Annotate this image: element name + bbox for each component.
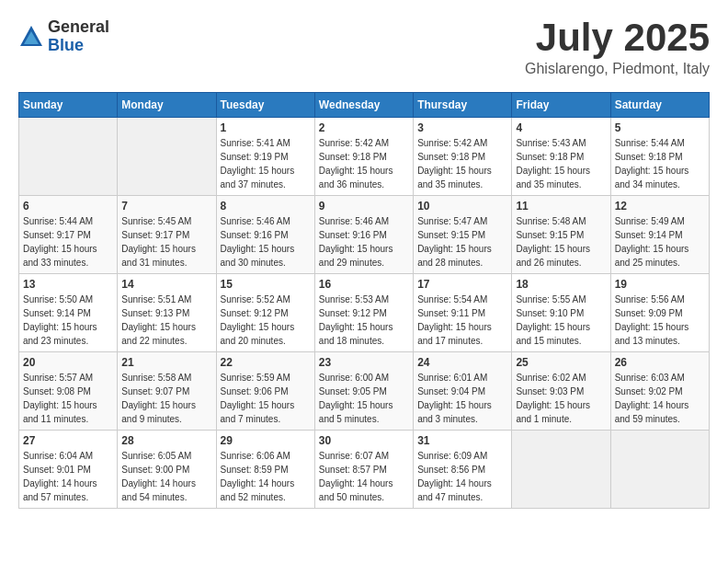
- day-info: Sunrise: 5:56 AM Sunset: 9:09 PM Dayligh…: [615, 293, 705, 348]
- day-info: Sunrise: 5:44 AM Sunset: 9:18 PM Dayligh…: [615, 136, 705, 191]
- day-info: Sunrise: 6:06 AM Sunset: 8:59 PM Dayligh…: [221, 449, 311, 504]
- day-info: Sunrise: 5:49 AM Sunset: 9:14 PM Dayligh…: [615, 214, 705, 270]
- day-number: 18: [516, 278, 606, 291]
- day-info: Sunrise: 6:03 AM Sunset: 9:02 PM Dayligh…: [615, 371, 705, 426]
- day-number: 31: [417, 434, 507, 447]
- title-block: July 2025 Ghislarengo, Piedmont, Italy: [525, 18, 710, 77]
- calendar-cell: 20Sunrise: 5:57 AM Sunset: 9:08 PM Dayli…: [19, 352, 118, 431]
- day-info: Sunrise: 5:44 AM Sunset: 9:17 PM Dayligh…: [23, 214, 113, 270]
- day-number: 21: [121, 356, 211, 369]
- day-number: 7: [121, 200, 211, 213]
- day-number: 12: [615, 200, 705, 213]
- calendar-cell: 3Sunrise: 5:42 AM Sunset: 9:18 PM Daylig…: [414, 118, 512, 196]
- calendar-cell: 23Sunrise: 6:00 AM Sunset: 9:05 PM Dayli…: [314, 352, 413, 431]
- day-number: 6: [23, 200, 113, 213]
- calendar-cell: 14Sunrise: 5:51 AM Sunset: 9:13 PM Dayli…: [118, 274, 216, 352]
- calendar-cell: 21Sunrise: 5:58 AM Sunset: 9:07 PM Dayli…: [118, 352, 216, 431]
- day-number: 8: [221, 200, 311, 213]
- calendar-cell: 9Sunrise: 5:46 AM Sunset: 9:16 PM Daylig…: [314, 196, 413, 274]
- calendar-cell: [118, 118, 216, 196]
- day-number: 4: [516, 121, 606, 134]
- day-info: Sunrise: 6:09 AM Sunset: 8:56 PM Dayligh…: [417, 449, 507, 504]
- calendar-cell: 25Sunrise: 6:02 AM Sunset: 9:03 PM Dayli…: [512, 352, 610, 431]
- calendar-cell: [512, 431, 610, 509]
- day-info: Sunrise: 5:58 AM Sunset: 9:07 PM Dayligh…: [121, 371, 211, 426]
- calendar-cell: 30Sunrise: 6:07 AM Sunset: 8:57 PM Dayli…: [314, 431, 413, 509]
- weekday-header-wednesday: Wednesday: [314, 93, 413, 118]
- calendar-cell: 7Sunrise: 5:45 AM Sunset: 9:17 PM Daylig…: [118, 196, 216, 274]
- day-number: 10: [417, 200, 507, 213]
- calendar-cell: 17Sunrise: 5:54 AM Sunset: 9:11 PM Dayli…: [414, 274, 512, 352]
- day-number: 19: [615, 278, 705, 291]
- day-number: 28: [121, 434, 211, 447]
- calendar-table: SundayMondayTuesdayWednesdayThursdayFrid…: [18, 92, 710, 509]
- calendar-cell: 19Sunrise: 5:56 AM Sunset: 9:09 PM Dayli…: [610, 274, 709, 352]
- day-number: 23: [319, 356, 409, 369]
- day-info: Sunrise: 5:53 AM Sunset: 9:12 PM Dayligh…: [319, 293, 409, 348]
- calendar-cell: 4Sunrise: 5:43 AM Sunset: 9:18 PM Daylig…: [512, 118, 610, 196]
- weekday-header-monday: Monday: [118, 93, 216, 118]
- calendar-cell: 29Sunrise: 6:06 AM Sunset: 8:59 PM Dayli…: [216, 431, 314, 509]
- calendar-cell: 16Sunrise: 5:53 AM Sunset: 9:12 PM Dayli…: [314, 274, 413, 352]
- logo-icon: [18, 24, 44, 50]
- day-number: 20: [23, 356, 113, 369]
- calendar-cell: [19, 118, 118, 196]
- day-number: 5: [615, 121, 705, 134]
- day-number: 25: [516, 356, 606, 369]
- day-info: Sunrise: 5:46 AM Sunset: 9:16 PM Dayligh…: [319, 214, 409, 270]
- weekday-header-thursday: Thursday: [414, 93, 512, 118]
- day-number: 11: [516, 200, 606, 213]
- day-number: 2: [319, 121, 409, 134]
- day-number: 1: [221, 121, 311, 134]
- day-info: Sunrise: 6:07 AM Sunset: 8:57 PM Dayligh…: [319, 449, 409, 504]
- day-info: Sunrise: 5:54 AM Sunset: 9:11 PM Dayligh…: [417, 293, 507, 348]
- day-number: 26: [615, 356, 705, 369]
- day-info: Sunrise: 5:59 AM Sunset: 9:06 PM Dayligh…: [221, 371, 311, 426]
- calendar-cell: 11Sunrise: 5:48 AM Sunset: 9:15 PM Dayli…: [512, 196, 610, 274]
- calendar-cell: 13Sunrise: 5:50 AM Sunset: 9:14 PM Dayli…: [19, 274, 118, 352]
- calendar-week-1: 1Sunrise: 5:41 AM Sunset: 9:19 PM Daylig…: [19, 118, 710, 196]
- calendar-cell: 22Sunrise: 5:59 AM Sunset: 9:06 PM Dayli…: [216, 352, 314, 431]
- day-number: 3: [417, 121, 507, 134]
- calendar-cell: 8Sunrise: 5:46 AM Sunset: 9:16 PM Daylig…: [216, 196, 314, 274]
- calendar-cell: 26Sunrise: 6:03 AM Sunset: 9:02 PM Dayli…: [610, 352, 709, 431]
- logo: General Blue: [18, 18, 109, 55]
- day-number: 30: [319, 434, 409, 447]
- day-info: Sunrise: 5:41 AM Sunset: 9:19 PM Dayligh…: [221, 136, 311, 191]
- calendar-header: SundayMondayTuesdayWednesdayThursdayFrid…: [19, 93, 710, 118]
- day-number: 13: [23, 278, 113, 291]
- calendar-week-2: 6Sunrise: 5:44 AM Sunset: 9:17 PM Daylig…: [19, 196, 710, 274]
- calendar-week-4: 20Sunrise: 5:57 AM Sunset: 9:08 PM Dayli…: [19, 352, 710, 431]
- day-info: Sunrise: 5:47 AM Sunset: 9:15 PM Dayligh…: [417, 214, 507, 270]
- calendar-cell: [610, 431, 709, 509]
- day-info: Sunrise: 5:46 AM Sunset: 9:16 PM Dayligh…: [221, 214, 311, 270]
- day-info: Sunrise: 5:48 AM Sunset: 9:15 PM Dayligh…: [516, 214, 606, 270]
- day-info: Sunrise: 6:01 AM Sunset: 9:04 PM Dayligh…: [417, 371, 507, 426]
- weekday-row: SundayMondayTuesdayWednesdayThursdayFrid…: [19, 93, 710, 118]
- calendar-cell: 12Sunrise: 5:49 AM Sunset: 9:14 PM Dayli…: [610, 196, 709, 274]
- location-title: Ghislarengo, Piedmont, Italy: [525, 61, 710, 77]
- day-number: 17: [417, 278, 507, 291]
- weekday-header-sunday: Sunday: [19, 93, 118, 118]
- calendar-cell: 6Sunrise: 5:44 AM Sunset: 9:17 PM Daylig…: [19, 196, 118, 274]
- calendar-cell: 1Sunrise: 5:41 AM Sunset: 9:19 PM Daylig…: [216, 118, 314, 196]
- day-info: Sunrise: 5:50 AM Sunset: 9:14 PM Dayligh…: [23, 293, 113, 348]
- day-number: 9: [319, 200, 409, 213]
- day-info: Sunrise: 5:57 AM Sunset: 9:08 PM Dayligh…: [23, 371, 113, 426]
- day-info: Sunrise: 5:45 AM Sunset: 9:17 PM Dayligh…: [121, 214, 211, 270]
- calendar-cell: 28Sunrise: 6:05 AM Sunset: 9:00 PM Dayli…: [118, 431, 216, 509]
- logo-blue-text: Blue: [48, 37, 109, 55]
- day-info: Sunrise: 5:43 AM Sunset: 9:18 PM Dayligh…: [516, 136, 606, 191]
- month-title: July 2025: [525, 18, 710, 57]
- logo-general-text: General: [48, 18, 109, 37]
- calendar-week-5: 27Sunrise: 6:04 AM Sunset: 9:01 PM Dayli…: [19, 431, 710, 509]
- day-info: Sunrise: 6:00 AM Sunset: 9:05 PM Dayligh…: [319, 371, 409, 426]
- day-number: 24: [417, 356, 507, 369]
- calendar-cell: 27Sunrise: 6:04 AM Sunset: 9:01 PM Dayli…: [19, 431, 118, 509]
- calendar-cell: 2Sunrise: 5:42 AM Sunset: 9:18 PM Daylig…: [314, 118, 413, 196]
- day-number: 27: [23, 434, 113, 447]
- weekday-header-saturday: Saturday: [610, 93, 709, 118]
- calendar-cell: 31Sunrise: 6:09 AM Sunset: 8:56 PM Dayli…: [414, 431, 512, 509]
- day-info: Sunrise: 6:02 AM Sunset: 9:03 PM Dayligh…: [516, 371, 606, 426]
- calendar-cell: 5Sunrise: 5:44 AM Sunset: 9:18 PM Daylig…: [610, 118, 709, 196]
